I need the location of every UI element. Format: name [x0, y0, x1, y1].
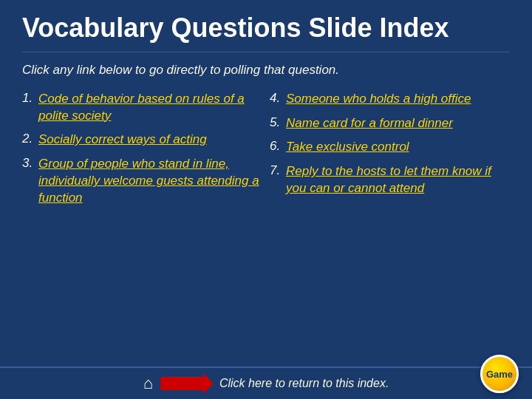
- divider: [22, 52, 510, 52]
- left-column: 1. Code of behavior based on rules of a …: [22, 91, 262, 215]
- footer-bar: ⌂ Click here to return to this index.: [0, 366, 532, 399]
- question-link-1[interactable]: Code of behavior based on rules of a pol…: [38, 91, 262, 125]
- questions-grid: 1. Code of behavior based on rules of a …: [22, 91, 510, 215]
- game-label: Game: [486, 369, 513, 380]
- item-number: 5.: [270, 115, 286, 130]
- list-item: 6. Take exclusive control: [270, 139, 510, 156]
- page-title: Vocabulary Questions Slide Index: [22, 13, 510, 43]
- item-number: 2.: [22, 132, 38, 146]
- question-link-6[interactable]: Take exclusive control: [286, 139, 409, 156]
- item-number: 3.: [22, 156, 38, 171]
- list-item: 2. Socially correct ways of acting: [22, 132, 262, 149]
- subtitle: Click any link below to go directly to p…: [22, 63, 510, 78]
- list-item: 4. Someone who holds a high office: [270, 91, 510, 108]
- home-icon[interactable]: ⌂: [143, 374, 153, 393]
- question-link-3[interactable]: Group of people who stand in line, indiv…: [38, 156, 262, 207]
- list-item: 3. Group of people who stand in line, in…: [22, 156, 262, 207]
- item-number: 1.: [22, 91, 38, 106]
- question-link-2[interactable]: Socially correct ways of acting: [38, 132, 207, 149]
- item-number: 7.: [270, 163, 286, 178]
- question-link-5[interactable]: Name card for a formal dinner: [286, 115, 453, 132]
- arrow-icon: [160, 377, 205, 390]
- item-number: 6.: [270, 139, 286, 154]
- right-column: 4. Someone who holds a high office 5. Na…: [270, 91, 510, 215]
- question-link-4[interactable]: Someone who holds a high office: [286, 91, 471, 108]
- list-item: 1. Code of behavior based on rules of a …: [22, 91, 262, 125]
- main-container: Vocabulary Questions Slide Index Click a…: [0, 0, 532, 222]
- list-item: 5. Name card for a formal dinner: [270, 115, 510, 132]
- item-number: 4.: [270, 91, 286, 106]
- question-link-7[interactable]: Reply to the hosts to let them know if y…: [286, 163, 510, 197]
- list-item: 7. Reply to the hosts to let them know i…: [270, 163, 510, 197]
- game-badge[interactable]: Game: [480, 355, 519, 393]
- footer-text[interactable]: Click here to return to this index.: [219, 377, 389, 390]
